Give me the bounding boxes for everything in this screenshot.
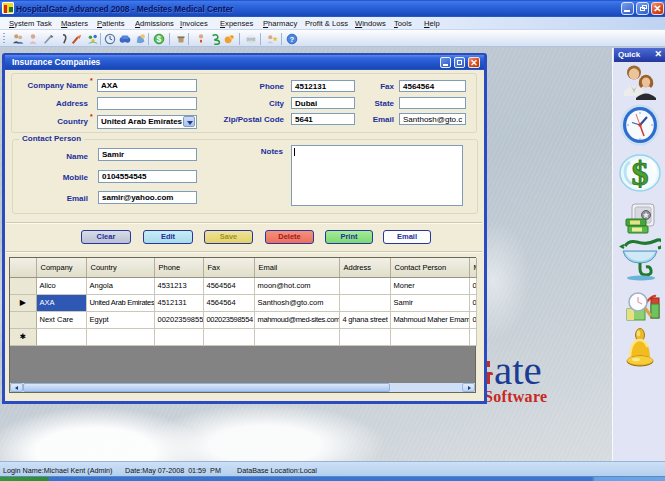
svg-text:?: ?	[290, 35, 295, 44]
svg-text:$: $	[632, 155, 649, 192]
svg-text:$: $	[157, 34, 162, 44]
